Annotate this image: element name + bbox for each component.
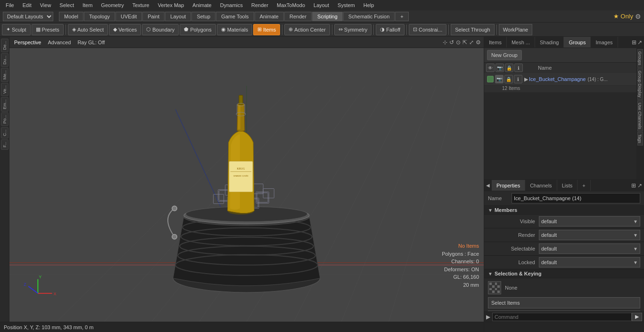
menu-render[interactable]: Render [248, 1, 272, 9]
new-group-button[interactable]: New Group [487, 50, 522, 60]
group-render-btn[interactable]: 📷 [495, 75, 504, 83]
properties-tab-lists[interactable]: Lists [557, 180, 578, 191]
menu-maxtomodo[interactable]: MaxToModo [273, 1, 309, 9]
tab-animate[interactable]: Animate [255, 12, 284, 21]
menu-animate[interactable]: Animate [189, 1, 215, 9]
tab-items[interactable]: Items [484, 37, 507, 48]
menu-file[interactable]: File [2, 1, 18, 9]
vtab-tags[interactable]: Tags [637, 132, 643, 146]
materials-button[interactable]: ◉ Materials [217, 24, 253, 35]
info-icon[interactable]: ℹ [514, 64, 523, 72]
tab-render[interactable]: Render [284, 12, 312, 21]
menu-item[interactable]: Item [79, 1, 96, 9]
render-dropdown[interactable]: default ▼ [539, 230, 640, 240]
viewport-icon-fit[interactable]: ⤢ [469, 39, 474, 46]
viewport-icon-settings[interactable]: ⚙ [476, 39, 481, 46]
select-through-button[interactable]: Select Through [451, 24, 494, 35]
vertices-button[interactable]: ◆ Vertices [109, 24, 141, 35]
add-tab-button[interactable]: + [395, 12, 408, 21]
layout-select[interactable]: Default Layouts [3, 12, 53, 21]
tab-topology[interactable]: Topology [84, 12, 115, 21]
selection-keying-header[interactable]: ▼ Selection & Keying [484, 269, 644, 278]
settings-icon[interactable]: ⚙ [635, 13, 641, 20]
constrain-button[interactable]: ⊡ Constrai... [409, 24, 446, 35]
left-tab-3[interactable]: Ve... [1, 83, 8, 96]
left-tab-0[interactable]: De... [1, 39, 8, 52]
items-button[interactable]: ⊞ Items [253, 24, 280, 35]
tab-schematic[interactable]: Schematic Fusion [343, 12, 395, 21]
menu-dynamics[interactable]: Dynamics [216, 1, 247, 9]
vtab-group-display[interactable]: Group Display [637, 68, 643, 100]
tab-setup[interactable]: Setup [191, 12, 215, 21]
viewport-mode[interactable]: Perspective [12, 39, 43, 46]
tab-uvedit[interactable]: UVEdit [116, 12, 142, 21]
panel-settings-icon[interactable]: ↗ [637, 39, 642, 46]
falloff-button[interactable]: ◑ Falloff [376, 24, 405, 35]
tab-shading[interactable]: Shading [535, 37, 564, 48]
action-center-button[interactable]: ⊕ Action Center [284, 24, 330, 35]
properties-tab-channels[interactable]: Channels [525, 180, 557, 191]
autoselect-button[interactable]: ◈ Auto Select [68, 24, 108, 35]
menu-texture[interactable]: Texture [129, 1, 153, 9]
viewport-icon-camera[interactable]: ⊹ [443, 39, 447, 46]
prop-pop-icon[interactable]: ↗ [637, 182, 642, 189]
left-tab-1[interactable]: Du... [1, 53, 8, 67]
viewport-3d[interactable]: KRUG GRANDE CUVÉE [9, 48, 484, 322]
group-lock-btn[interactable]: 🔒 [504, 75, 513, 83]
menu-vertexmap[interactable]: Vertex Map [154, 1, 188, 9]
tab-model[interactable]: Model [59, 12, 83, 21]
menu-view[interactable]: View [36, 1, 55, 9]
menu-layout[interactable]: Layout [310, 1, 333, 9]
left-tab-2[interactable]: Me... [1, 68, 8, 82]
viewport[interactable]: Perspective Advanced Ray GL: Off ⊹ ↺ ⊙ ⇱… [9, 37, 484, 322]
star-only-button[interactable]: ★ Only [613, 13, 633, 20]
group-expand-arrow[interactable]: ▶ [524, 76, 528, 82]
tab-scripting[interactable]: Scripting [312, 12, 343, 21]
command-input[interactable] [492, 313, 632, 321]
locked-dropdown[interactable]: default ▼ [539, 257, 640, 267]
select-items-button[interactable]: Select Items [488, 297, 640, 308]
viewport-icon-pan[interactable]: ⇱ [462, 39, 467, 46]
render-icon[interactable]: 📷 [495, 64, 504, 72]
left-tab-5[interactable]: Po... [1, 113, 8, 126]
add-tab-plus[interactable]: + [578, 180, 590, 191]
sculpt-button[interactable]: ✦ Sculpt [2, 24, 31, 35]
name-input[interactable] [512, 193, 640, 203]
selectable-dropdown[interactable]: default ▼ [539, 243, 640, 254]
tab-images[interactable]: Images [591, 37, 618, 48]
members-section-header[interactable]: ▼ Members [484, 206, 644, 215]
vtab-use-channels[interactable]: Use Channels [637, 100, 643, 132]
group-vis-btn[interactable] [487, 76, 494, 82]
boundary-button[interactable]: ⬡ Boundary [142, 24, 179, 35]
menu-help[interactable]: Help [360, 1, 378, 9]
group-item[interactable]: 📷 🔒 ℹ ▶ Ice_Bucket_Champagne (14) : G... [484, 73, 636, 86]
left-tab-6[interactable]: C... [1, 127, 8, 138]
polygons-button[interactable]: ⬟ Polygons [180, 24, 215, 35]
menu-system[interactable]: System [334, 1, 359, 9]
command-submit-button[interactable]: ▶ [632, 313, 642, 321]
properties-tab-properties[interactable]: Properties [492, 180, 525, 191]
workplane-button[interactable]: WorkPlane [499, 24, 533, 35]
viewport-icon-rotate[interactable]: ↺ [449, 39, 454, 46]
prop-expand-icon[interactable]: ⊞ [631, 182, 636, 189]
tab-gametools[interactable]: Game Tools [216, 12, 254, 21]
vtab-groups[interactable]: Groups [637, 49, 643, 68]
expand-panel-icon[interactable]: ⊞ [632, 39, 636, 46]
tab-paint[interactable]: Paint [142, 12, 165, 21]
symmetry-button[interactable]: ⇔ Symmetry [334, 24, 372, 35]
presets-button[interactable]: ▦ Presets [32, 24, 64, 35]
left-tab-4[interactable]: Em... [1, 97, 8, 112]
viewport-shading[interactable]: Advanced [46, 39, 73, 46]
menu-select[interactable]: Select [56, 1, 78, 9]
lock-icon[interactable]: 🔒 [505, 64, 513, 72]
tab-arrow[interactable]: ◀ [484, 183, 492, 188]
tab-mesh[interactable]: Mesh ... [507, 37, 535, 48]
viewport-icon-zoom[interactable]: ⊙ [456, 39, 461, 46]
menu-geometry[interactable]: Geometry [97, 1, 127, 9]
tab-layout[interactable]: Layout [165, 12, 191, 21]
vis-icon[interactable]: 👁 [486, 64, 495, 72]
menu-edit[interactable]: Edit [19, 1, 35, 9]
group-info-btn[interactable]: ℹ [514, 75, 522, 83]
left-tab-7[interactable]: F... [1, 139, 8, 150]
tab-groups[interactable]: Groups [564, 37, 591, 48]
